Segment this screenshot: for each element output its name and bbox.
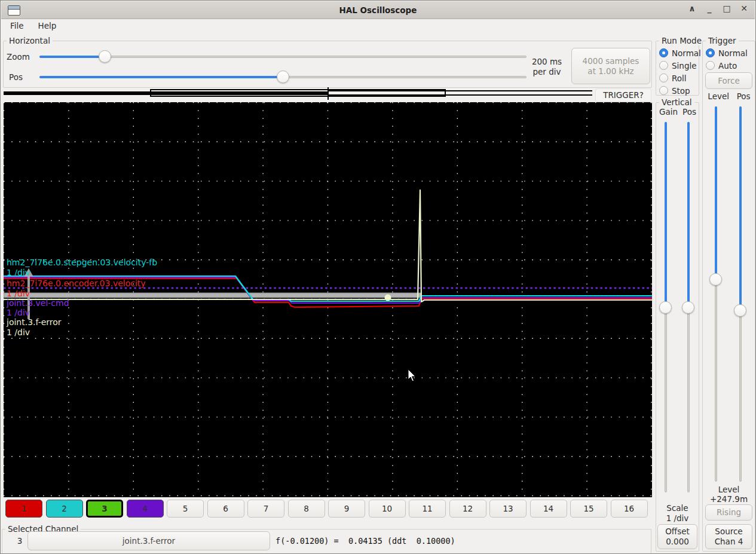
run-mode-radio-single[interactable]: [659, 61, 668, 70]
vertical-frame-label: Vertical: [659, 97, 694, 107]
offset-value: 0.000: [666, 537, 689, 547]
rate-line2: per div: [527, 67, 567, 76]
offset-caption: Offset: [665, 527, 690, 537]
scope-channel-scale: 1 /div: [7, 289, 30, 298]
channel-button-row: 12345678910111213141516: [5, 500, 648, 518]
run-mode-radio-label: Roll: [672, 74, 687, 83]
trigger-pos-slider-fill: [739, 106, 742, 310]
scope-channel-name: hm2_7i76e.0.encoder.03.velocity: [7, 278, 146, 288]
pos-slider[interactable]: [39, 71, 527, 84]
run-mode-option-normal[interactable]: Normal: [659, 47, 701, 59]
horizontal-frame-label: Horizontal: [7, 36, 53, 45]
trigger-options: NormalAuto: [706, 47, 748, 72]
vertical-slider-labels: Gain Pos: [657, 107, 699, 117]
scope-channel-scale: 1 /div: [7, 268, 30, 277]
source-caption: Source: [715, 527, 742, 537]
run-mode-radio-label: Stop: [672, 86, 690, 96]
titlebar: HAL Oscilloscope ∧_□✕: [1, 1, 755, 19]
trigger-option-auto[interactable]: Auto: [706, 59, 748, 72]
samples-line1: 4000 samples: [583, 56, 639, 66]
gain-slider-knob[interactable]: [659, 301, 672, 314]
menu-help[interactable]: Help: [33, 19, 62, 33]
gain-label: Gain: [659, 107, 678, 117]
vertical-pos-slider-fill: [687, 122, 690, 307]
trigger-pos-slider[interactable]: [734, 106, 747, 482]
minimize-button[interactable]: _: [705, 4, 714, 13]
channel-button-4[interactable]: 4: [127, 500, 164, 518]
run-mode-option-roll[interactable]: Roll: [659, 72, 701, 84]
vertical-pos-slider[interactable]: [682, 122, 695, 492]
channel-button-15[interactable]: 15: [570, 500, 607, 518]
channel-button-7[interactable]: 7: [247, 500, 284, 518]
source-button[interactable]: Source Chan 4: [705, 524, 752, 549]
zoom-slider[interactable]: [39, 50, 527, 63]
window-title: HAL Oscilloscope: [1, 5, 755, 15]
shade-button[interactable]: ∧: [687, 4, 697, 13]
samples-button[interactable]: 4000 samples at 1.00 kHz: [571, 48, 650, 84]
run-mode-option-single[interactable]: Single: [659, 59, 701, 72]
trigger-pos-slider-knob[interactable]: [734, 304, 746, 317]
channel-button-5[interactable]: 5: [167, 500, 204, 518]
force-button-label: Force: [718, 76, 740, 86]
vertical-pos-slider-knob[interactable]: [682, 301, 694, 314]
menu-file[interactable]: File: [5, 19, 29, 33]
channel-button-16[interactable]: 16: [611, 500, 648, 518]
record-bar-pending: [328, 90, 592, 96]
zoom-slider-knob[interactable]: [99, 50, 111, 63]
channel-button-9[interactable]: 9: [328, 500, 365, 518]
level-slider-knob[interactable]: [709, 273, 722, 286]
trigger-pos-label: Pos: [737, 91, 751, 101]
trigger-option-normal[interactable]: Normal: [706, 47, 748, 59]
channel-button-3[interactable]: 3: [86, 500, 123, 518]
scope-channel-scale: 1 /div: [7, 327, 30, 337]
level-caption: Level: [702, 485, 755, 494]
run-mode-radio-stop[interactable]: [659, 86, 668, 95]
menubar: File Help: [2, 19, 61, 33]
scope-channel-name: hm2_7i76e.0.stepgen.03.velocity-fb: [7, 258, 157, 267]
gain-slider-fill: [665, 122, 667, 307]
trigger-radio-normal[interactable]: [706, 48, 715, 57]
selected-channel-name: joint.3.f-error: [123, 536, 175, 546]
pos-slider-knob[interactable]: [277, 71, 289, 83]
zoom-label: Zoom: [7, 52, 30, 62]
channel-button-12[interactable]: 12: [449, 500, 486, 518]
channel-button-1[interactable]: 1: [5, 500, 42, 518]
scope-display[interactable]: hm2_7i76e.0.stepgen.03.velocity-fb1 /div…: [4, 102, 652, 497]
trigger-frame-label: Trigger: [706, 36, 739, 45]
run-mode-radio-normal[interactable]: [659, 48, 668, 57]
scale-caption: Scale: [656, 503, 699, 513]
edge-button[interactable]: Rising: [705, 504, 752, 521]
channel-button-13[interactable]: 13: [489, 500, 527, 518]
run-mode-radio-roll[interactable]: [659, 74, 668, 82]
window-controls: ∧_□✕: [687, 4, 749, 13]
vertical-pos-label: Pos: [682, 107, 696, 117]
rate-line1: 200 ms: [527, 57, 567, 66]
trigger-slider-labels: Level Pos: [704, 91, 754, 101]
offset-button[interactable]: Offset 0.000: [657, 524, 697, 549]
edge-button-label: Rising: [717, 507, 741, 518]
maximize-button[interactable]: □: [722, 4, 731, 13]
channel-button-8[interactable]: 8: [288, 500, 325, 518]
channel-button-11[interactable]: 11: [409, 500, 446, 518]
channel-button-6[interactable]: 6: [207, 500, 244, 518]
scope-channel-name: joint.3.vel-cmd: [7, 298, 69, 308]
close-button[interactable]: ✕: [739, 4, 749, 13]
force-button[interactable]: Force: [705, 72, 752, 89]
trigger-radio-auto[interactable]: [706, 61, 715, 70]
channel-button-2[interactable]: 2: [46, 500, 83, 518]
selected-channel-name-button[interactable]: joint.3.f-error: [27, 531, 270, 550]
gain-slider[interactable]: [659, 122, 672, 492]
level-slider-fill: [715, 106, 717, 280]
level-slider[interactable]: [709, 106, 723, 482]
channel-button-10[interactable]: 10: [369, 500, 406, 518]
channel-button-14[interactable]: 14: [530, 500, 567, 518]
samples-line2: at 1.00 kHz: [587, 66, 633, 76]
trigger-status-label: TRIGGER?: [595, 88, 651, 102]
trigger-radio-label: Auto: [718, 61, 737, 71]
scale-value: 1 /div: [656, 513, 699, 523]
zoom-slider-trough[interactable]: [39, 56, 527, 58]
hal-oscilloscope-window: HAL Oscilloscope ∧_□✕ File Help Horizont…: [0, 0, 756, 554]
scope-channel-name: joint.3.f-error: [7, 317, 62, 327]
run-mode-option-stop[interactable]: Stop: [659, 84, 701, 97]
scope-canvas: [4, 102, 652, 497]
